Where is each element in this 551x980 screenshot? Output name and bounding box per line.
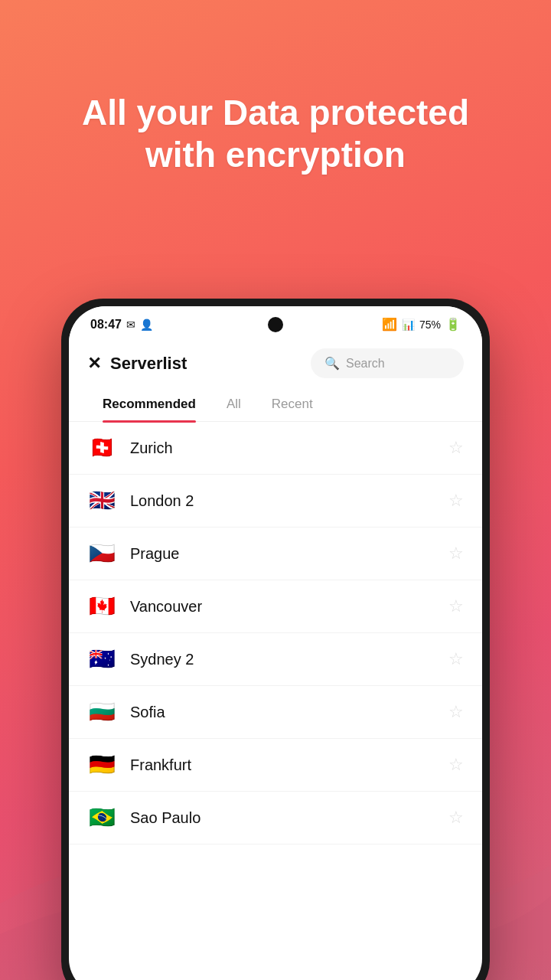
server-name: Sydney 2: [130, 651, 448, 668]
tab-recommended[interactable]: Recommended: [87, 387, 211, 421]
header-left: ✕ Serverlist: [87, 354, 187, 374]
search-placeholder: Search: [346, 357, 385, 371]
status-right: 📶 📊 75% 🔋: [382, 317, 461, 332]
tab-all[interactable]: All: [211, 387, 256, 421]
tab-recent[interactable]: Recent: [256, 387, 328, 421]
status-bar: 08:47 ✉ 👤 📶 📊 75% 🔋: [69, 306, 482, 339]
server-name: Prague: [130, 545, 448, 563]
server-item[interactable]: 🇨🇦Vancouver☆: [69, 580, 482, 633]
favorite-star-icon[interactable]: ☆: [448, 649, 464, 669]
header-title: Serverlist: [110, 354, 187, 374]
country-flag: 🇬🇧: [87, 490, 116, 511]
favorite-star-icon[interactable]: ☆: [448, 596, 464, 616]
mail-icon: ✉: [126, 318, 135, 331]
country-flag: 🇩🇪: [87, 754, 116, 776]
status-time: 08:47: [90, 318, 122, 332]
server-name: London 2: [130, 492, 448, 510]
server-item[interactable]: 🇨🇭Zurich☆: [69, 422, 482, 475]
server-item[interactable]: 🇧🇬Sofia☆: [69, 686, 482, 739]
camera-dot: [268, 317, 283, 332]
favorite-star-icon[interactable]: ☆: [448, 491, 464, 511]
tab-bar: Recommended All Recent: [69, 387, 482, 422]
close-button[interactable]: ✕: [87, 354, 101, 374]
favorite-star-icon[interactable]: ☆: [448, 808, 464, 828]
wifi-icon: 📶: [382, 317, 397, 332]
person-icon: 👤: [140, 318, 153, 331]
favorite-star-icon[interactable]: ☆: [448, 702, 464, 722]
search-box[interactable]: 🔍 Search: [311, 348, 464, 378]
search-icon: 🔍: [324, 356, 340, 371]
server-name: Sao Paulo: [130, 809, 448, 827]
server-item[interactable]: 🇧🇷Sao Paulo☆: [69, 792, 482, 844]
country-flag: 🇨🇿: [87, 543, 116, 564]
signal-icon: 📊: [402, 318, 415, 331]
country-flag: 🇧🇷: [87, 807, 116, 828]
favorite-star-icon[interactable]: ☆: [448, 438, 464, 458]
favorite-star-icon[interactable]: ☆: [448, 755, 464, 775]
phone-outer: 08:47 ✉ 👤 📶 📊 75% 🔋 ✕ Serverlist: [61, 299, 490, 980]
country-flag: 🇧🇬: [87, 701, 116, 723]
server-item[interactable]: 🇦🇺Sydney 2☆: [69, 633, 482, 686]
app-header: ✕ Serverlist 🔍 Search: [69, 339, 482, 387]
hero-title: All your Data protected with encryption: [0, 92, 551, 176]
battery-level: 75%: [419, 318, 441, 331]
battery-icon: 🔋: [445, 317, 461, 332]
country-flag: 🇨🇦: [87, 596, 116, 617]
country-flag: 🇦🇺: [87, 648, 116, 670]
phone-mockup: 08:47 ✉ 👤 📶 📊 75% 🔋 ✕ Serverlist: [61, 299, 490, 980]
server-item[interactable]: 🇨🇿Prague☆: [69, 528, 482, 580]
server-name: Zurich: [130, 439, 448, 457]
country-flag: 🇨🇭: [87, 437, 116, 459]
server-name: Vancouver: [130, 598, 448, 616]
status-left: 08:47 ✉ 👤: [90, 318, 153, 332]
server-name: Sofia: [130, 704, 448, 721]
server-list: 🇨🇭Zurich☆🇬🇧London 2☆🇨🇿Prague☆🇨🇦Vancouver…: [69, 422, 482, 844]
server-item[interactable]: 🇩🇪Frankfurt☆: [69, 739, 482, 792]
server-item[interactable]: 🇬🇧London 2☆: [69, 475, 482, 528]
phone-inner: 08:47 ✉ 👤 📶 📊 75% 🔋 ✕ Serverlist: [69, 306, 482, 980]
favorite-star-icon[interactable]: ☆: [448, 544, 464, 564]
server-name: Frankfurt: [130, 756, 448, 774]
